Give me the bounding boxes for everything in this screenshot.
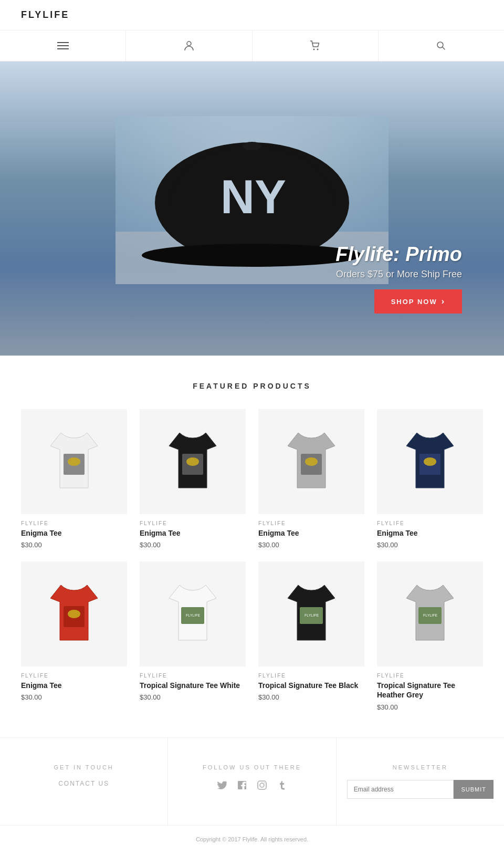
product-brand-5: FLYLIFE	[21, 673, 127, 679]
facebook-icon[interactable]	[237, 780, 247, 793]
product-card-6[interactable]: FLYLIFE FLYLIFE Tropical Signature Tee W…	[140, 561, 246, 711]
product-name-5: Enigma Tee	[21, 681, 127, 690]
product-price-3: $30.00	[258, 541, 364, 549]
product-image-5	[21, 561, 127, 666]
product-brand-1: FLYLIFE	[21, 520, 127, 526]
nav-cart[interactable]	[253, 30, 379, 61]
shop-now-label: ShOP NOW	[391, 298, 437, 306]
product-price-5: $30.00	[21, 693, 127, 701]
footer-social-col: FOLLOW US OUT THERE	[168, 738, 336, 825]
footer-columns: GET IN TOUCH CONTACT US FOLLOW US OUT TH…	[0, 737, 504, 825]
contact-us-link[interactable]: CONTACT US	[10, 780, 157, 787]
product-name-8: Tropical Signature Tee Heather Grey	[377, 681, 483, 700]
hamburger-icon	[57, 42, 69, 49]
hero-section: NY Flylife: Primo Orders $75 or More Shi…	[0, 61, 504, 356]
product-card-4[interactable]: FLYLIFE Enigma Tee $30.00	[377, 409, 483, 549]
hero-title: Flylife: Primo	[335, 243, 462, 266]
product-name-7: Tropical Signature Tee Black	[258, 681, 364, 690]
account-icon	[183, 40, 195, 51]
product-price-2: $30.00	[140, 541, 246, 549]
product-price-6: $30.00	[140, 693, 246, 701]
product-image-1	[21, 409, 127, 514]
nav-bar	[0, 30, 504, 61]
footer-contact-heading: GET IN TOUCH	[10, 764, 157, 770]
nav-menu[interactable]	[0, 30, 126, 61]
product-price-8: $30.00	[377, 703, 483, 711]
svg-point-3	[437, 42, 443, 48]
product-price-4: $30.00	[377, 541, 483, 549]
product-image-8: FLYLIFE	[377, 561, 483, 666]
submit-button[interactable]: SUBMIT	[454, 780, 494, 799]
svg-point-13	[186, 457, 199, 466]
svg-point-15	[305, 457, 318, 466]
svg-rect-26	[258, 781, 266, 789]
footer-newsletter-heading: NEWSLETTER	[347, 764, 494, 770]
tshirt-svg-grey	[282, 428, 340, 496]
svg-point-27	[260, 783, 264, 787]
newsletter-form: SUBMIT	[347, 780, 494, 799]
footer-social-heading: FOLLOW US OUT THERE	[178, 764, 325, 770]
svg-point-0	[187, 41, 191, 46]
product-name-4: Enigma Tee	[377, 528, 483, 538]
product-name-6: Tropical Signature Tee White	[140, 681, 246, 690]
hero-content: Flylife: Primo Orders $75 or More Ship F…	[335, 243, 462, 314]
product-brand-2: FLYLIFE	[140, 520, 246, 526]
product-price-7: $30.00	[258, 693, 364, 701]
tshirt-svg-tropical-white: FLYLIFE	[164, 580, 222, 648]
product-card-3[interactable]: FLYLIFE Enigma Tee $30.00	[258, 409, 364, 549]
nav-search[interactable]	[379, 30, 504, 61]
tshirt-svg-tropical-black: FLYLIFE	[282, 580, 340, 648]
svg-point-17	[424, 457, 436, 466]
svg-point-11	[68, 457, 80, 466]
tshirt-svg-white	[45, 428, 103, 496]
svg-text:FLYLIFE: FLYLIFE	[304, 613, 319, 617]
product-price-1: $30.00	[21, 541, 127, 549]
product-card-1[interactable]: FLYLIFE Enigma Tee $30.00	[21, 409, 127, 549]
svg-point-28	[264, 782, 265, 783]
product-card-8[interactable]: FLYLIFE FLYLIFE Tropical Signature Tee H…	[377, 561, 483, 711]
social-links	[178, 780, 325, 793]
product-image-7: FLYLIFE	[258, 561, 364, 666]
product-brand-6: FLYLIFE	[140, 673, 246, 679]
svg-point-7	[142, 244, 362, 267]
tumblr-icon[interactable]	[277, 780, 287, 793]
footer: GET IN TOUCH CONTACT US FOLLOW US OUT TH…	[0, 737, 504, 853]
products-grid: FLYLIFE Enigma Tee $30.00 FLYLIFE Enigma…	[21, 409, 483, 711]
twitter-icon[interactable]	[217, 780, 227, 793]
site-header: FLYLIFE	[0, 0, 504, 30]
arrow-icon: ›	[442, 297, 445, 306]
product-image-3	[258, 409, 364, 514]
tshirt-svg-black	[164, 428, 222, 496]
product-image-6: FLYLIFE	[140, 561, 246, 666]
product-image-2	[140, 409, 246, 514]
cart-icon	[309, 40, 321, 51]
product-brand-4: FLYLIFE	[377, 520, 483, 526]
footer-newsletter-col: NEWSLETTER SUBMIT	[337, 738, 504, 825]
featured-products-section: FEATURED PRODUCTS FLYLIFE Enigma Tee $30…	[0, 356, 504, 737]
svg-point-2	[317, 49, 319, 50]
logo[interactable]: FLYLIFE	[21, 9, 69, 20]
product-name-2: Enigma Tee	[140, 528, 246, 538]
hero-subtitle: Orders $75 or More Ship Free	[335, 269, 462, 280]
footer-contact-col: GET IN TOUCH CONTACT US	[0, 738, 168, 825]
svg-point-1	[313, 49, 315, 50]
product-brand-3: FLYLIFE	[258, 520, 364, 526]
svg-text:NY: NY	[220, 171, 286, 223]
nav-account[interactable]	[126, 30, 252, 61]
search-icon	[436, 40, 446, 51]
svg-text:FLYLIFE: FLYLIFE	[186, 613, 200, 617]
svg-point-9	[243, 142, 261, 150]
product-card-2[interactable]: FLYLIFE Enigma Tee $30.00	[140, 409, 246, 549]
product-name-3: Enigma Tee	[258, 528, 364, 538]
product-card-7[interactable]: FLYLIFE FLYLIFE Tropical Signature Tee B…	[258, 561, 364, 711]
tshirt-svg-tropical-grey: FLYLIFE	[401, 580, 459, 648]
email-input[interactable]	[347, 780, 454, 799]
svg-text:FLYLIFE: FLYLIFE	[423, 613, 437, 617]
svg-point-19	[68, 610, 80, 618]
shop-now-button[interactable]: ShOP NOW ›	[374, 289, 462, 314]
tshirt-svg-navy	[401, 428, 459, 496]
product-brand-8: FLYLIFE	[377, 673, 483, 679]
instagram-icon[interactable]	[257, 780, 267, 793]
product-image-4	[377, 409, 483, 514]
product-card-5[interactable]: FLYLIFE Enigma Tee $30.00	[21, 561, 127, 711]
